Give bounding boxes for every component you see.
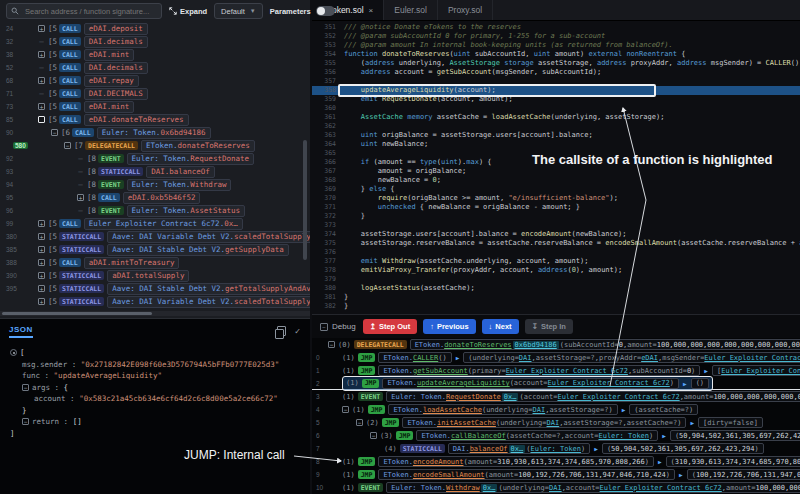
tree-item-label[interactable]: Euler Exploiter Contract 6c72.0x… bbox=[84, 218, 243, 230]
collapse-box-icon[interactable]: − bbox=[342, 406, 349, 413]
tree-hscrollbar[interactable] bbox=[0, 311, 310, 316]
collapse-box-icon[interactable]: − bbox=[370, 432, 377, 439]
tree-row[interactable]: 99+[5CALLEuler Exploiter Contract 6c72.0… bbox=[0, 217, 310, 230]
tree-item-label[interactable]: eDAI.0xb5b46f52 bbox=[123, 192, 201, 204]
selector-link[interactable]: 0x6bd94186 bbox=[513, 341, 559, 349]
debug-row[interactable]: 2(1)JMPEToken.updateAverageLiquidity(acc… bbox=[312, 377, 800, 390]
method-name[interactable]: donateToReserves bbox=[444, 341, 511, 349]
tree-row[interactable]: 395+[5STATICCALLAave: DAI Stable Debt V2… bbox=[0, 282, 310, 295]
tab-euler-sol[interactable]: Euler.sol bbox=[384, 0, 438, 20]
expand-box-icon[interactable]: + bbox=[38, 246, 45, 253]
trace-pill[interactable]: EToken.loadAssetCache(underlying=DAI, as… bbox=[388, 404, 617, 415]
step-in-button[interactable]: ↧Step In bbox=[525, 319, 573, 334]
debug-row[interactable]: 3(1)EVENTEuler: Token.RequestDonate0x…(a… bbox=[312, 390, 800, 403]
tree-row[interactable]: 388+[5CALLaDAI.mintToTreasury bbox=[0, 256, 310, 269]
collapse-box-icon[interactable]: − bbox=[356, 419, 363, 426]
expand-box-icon[interactable]: + bbox=[38, 51, 45, 58]
tree-item-label[interactable]: Aave: DAI Variable Debt V2.scaledTotalSu… bbox=[107, 296, 310, 308]
debug-row[interactable]: 9(1)JMPEToken.encodeSmallAmount(amount=1… bbox=[312, 468, 800, 481]
previous-button[interactable]: ↑Previous bbox=[423, 319, 475, 334]
collapse-panel-icon[interactable]: − bbox=[320, 323, 328, 331]
search-input[interactable] bbox=[23, 6, 157, 17]
tree-item-label[interactable]: EToken.donateToReserves bbox=[141, 140, 255, 152]
expand-box-icon[interactable]: − bbox=[64, 142, 71, 149]
address-link[interactable]: DAI bbox=[533, 406, 546, 414]
tree-row[interactable]: 32–[5CALLDAI.decimals bbox=[0, 35, 310, 48]
method-name[interactable]: loadAssetCache bbox=[423, 406, 482, 414]
method-name[interactable]: balanceOf bbox=[470, 445, 508, 453]
scrollbar-thumb[interactable] bbox=[2, 312, 152, 315]
expand-box-icon[interactable]: + bbox=[38, 233, 45, 240]
expand-box-icon[interactable]: + bbox=[38, 298, 45, 305]
expand-box-icon[interactable]: + bbox=[38, 220, 45, 227]
trace-pill[interactable]: EToken.donateToReserves0x6bd94186(subAcc… bbox=[410, 339, 800, 350]
tree-item-label[interactable]: Euler: Token.Withdraw bbox=[127, 179, 232, 191]
expander-icon[interactable]: − bbox=[22, 418, 29, 425]
method-name[interactable]: RequestDonate bbox=[446, 393, 501, 401]
address-link[interactable]: Euler Exploiter Contract 6c72 bbox=[506, 367, 628, 375]
address-link[interactable]: DAI bbox=[549, 484, 562, 492]
debug-row[interactable]: 0(1)JMPEToken.CALLER()▶(underlying=DAI, … bbox=[312, 351, 800, 364]
trace-pill[interactable]: EToken.encodeSmallAmount(amount=100,192,… bbox=[378, 469, 675, 480]
method-name[interactable]: CALLER bbox=[413, 354, 438, 362]
tree-item-label[interactable]: Aave: DAI Stable Debt V2.getTotalSupplyA… bbox=[107, 283, 310, 295]
expand-box-icon[interactable] bbox=[38, 116, 45, 123]
trace-pill[interactable]: Euler: Token.RequestDonate0x…(account=Eu… bbox=[386, 391, 800, 402]
method-name[interactable]: updateAverageLiquidity bbox=[417, 379, 510, 387]
address-link[interactable]: eDAI bbox=[641, 354, 658, 362]
tree-item-label[interactable]: DAI.decimals bbox=[84, 62, 148, 74]
tree-row[interactable]: 390+[5STATICCALLaDAI.totalSupply bbox=[0, 269, 310, 282]
tree-item-label[interactable]: eDAI.mint bbox=[84, 101, 135, 113]
tree-row[interactable]: 52–[5CALLDAI.decimals bbox=[0, 61, 310, 74]
tree-item-label[interactable]: aDAI.totalSupply bbox=[107, 270, 189, 282]
address-link[interactable]: Euler: Token bbox=[598, 432, 649, 440]
debug-row[interactable]: 10(1)EVENTEuler: Token.Withdraw0x…(under… bbox=[312, 481, 800, 494]
view-mode-select[interactable]: Default ▼ bbox=[214, 3, 263, 19]
tree-item-label[interactable]: Euler: Token.0x6bd94186 bbox=[97, 127, 211, 139]
expander-icon[interactable]: − bbox=[22, 384, 29, 391]
tree-item-label[interactable]: Aave: DAI Variable Debt V2.scaledTotalSu… bbox=[107, 231, 310, 243]
tab-proxy-sol[interactable]: Proxy.sol bbox=[438, 0, 493, 20]
tree-item-label[interactable]: eDAI.donateToReserves bbox=[84, 114, 189, 126]
tree-row[interactable]: 71–[5CALLDAI.DECIMALS bbox=[0, 87, 310, 100]
tree-row[interactable]: 68+[5CALLeDAI.repay bbox=[0, 74, 310, 87]
expand-box-icon[interactable]: + bbox=[38, 259, 45, 266]
tree-row[interactable]: 94–[8EVENTEuler: Token.Withdraw bbox=[0, 178, 310, 191]
copy-icon[interactable] bbox=[277, 326, 286, 336]
console-tab-json[interactable]: JSON bbox=[9, 325, 33, 338]
address-link[interactable]: Euler Exploiter Contract 6c72 bbox=[548, 379, 670, 387]
expand-box-icon[interactable]: + bbox=[38, 285, 45, 292]
parameters-toggle[interactable] bbox=[316, 6, 335, 16]
debug-row[interactable]: 4−(1)JMPEToken.loadAssetCache(underlying… bbox=[312, 403, 800, 416]
method-name[interactable]: callBalanceOf bbox=[451, 432, 506, 440]
tab-close-icon[interactable]: × bbox=[369, 6, 374, 15]
check-icon[interactable]: ✓ bbox=[294, 327, 301, 336]
expand-box-icon[interactable]: + bbox=[38, 77, 45, 84]
address-link[interactable]: Euler: Token bbox=[530, 445, 581, 453]
method-name[interactable]: encodeAmount bbox=[413, 458, 464, 466]
tree-item-label[interactable]: eDAI.deposit bbox=[84, 23, 148, 35]
address-link[interactable]: Euler Exploiter Contract 6c72 bbox=[721, 367, 800, 375]
trace-pill[interactable]: EToken.initAssetCache(underlying=DAI, as… bbox=[402, 417, 686, 428]
trace-pill[interactable]: EToken.updateAverageLiquidity(account=Eu… bbox=[382, 378, 679, 389]
tree-item-label[interactable]: DAI.balanceOf bbox=[146, 166, 215, 178]
address-link[interactable]: Euler Exploiter Contract 6c72 bbox=[557, 393, 679, 401]
tree-item-label[interactable]: Euler: Token.AssetStatus bbox=[127, 205, 245, 217]
tree-vscrollbar[interactable] bbox=[303, 140, 307, 260]
debug-row[interactable]: 7(4)STATICCALLDAI.balanceOf0x…(Euler: To… bbox=[312, 442, 800, 455]
selector-link[interactable]: 0x… bbox=[502, 393, 519, 401]
debug-row[interactable]: 6−(3)JMPEToken.callBalanceOf(assetCache=… bbox=[312, 429, 800, 442]
tree-item-label[interactable]: DAI.DECIMALS bbox=[84, 88, 148, 100]
search-box[interactable] bbox=[6, 3, 162, 19]
tree-row[interactable]: 385+[5STATICCALLAave: DAI Stable Debt V2… bbox=[0, 243, 310, 256]
next-button[interactable]: ↓Next bbox=[482, 319, 519, 334]
address-link[interactable]: Euler Exploiter Contract 6c72 bbox=[600, 484, 722, 492]
address-link[interactable]: Euler Exploiter Contract 6c72 bbox=[704, 354, 800, 362]
trace-pill[interactable]: EToken.CALLER() bbox=[378, 352, 451, 363]
selector-link[interactable]: 0x… bbox=[481, 484, 498, 492]
debug-row[interactable]: 5−(2)JMPEToken.initAssetCache(underlying… bbox=[312, 416, 800, 429]
tree-row[interactable]: 24+[5CALLeDAI.deposit bbox=[0, 22, 310, 35]
expand-box-icon[interactable]: + bbox=[77, 194, 84, 201]
tree-item-label[interactable]: DAI.decimals bbox=[84, 36, 148, 48]
tree-row[interactable]: 90−[6CALLEuler: Token.0x6bd94186 bbox=[0, 126, 310, 139]
